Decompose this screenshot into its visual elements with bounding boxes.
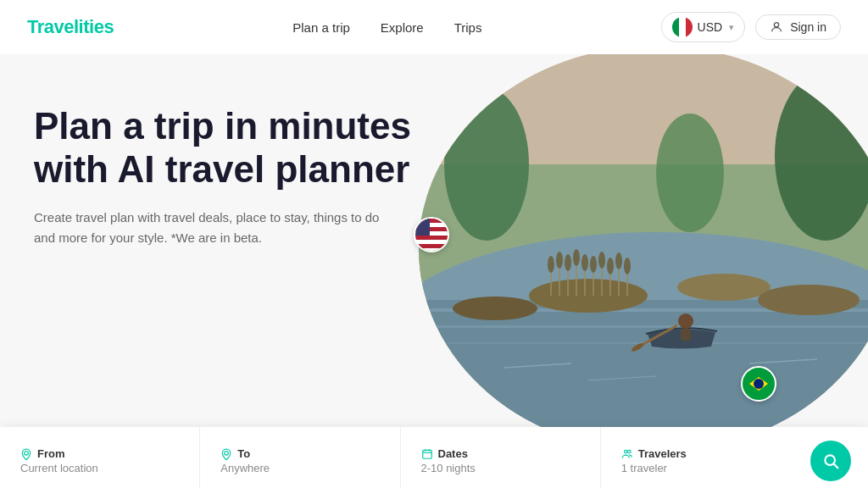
svg-point-23 (556, 252, 563, 269)
to-value: Anywhere (220, 462, 379, 474)
svg-point-9 (677, 274, 771, 301)
calendar-icon (421, 448, 433, 460)
travelers-field[interactable]: Travelers 1 traveler (601, 427, 800, 488)
to-label: To (220, 447, 379, 460)
hero-section: Plan a trip in minutes with AI travel pl… (34, 105, 441, 248)
from-value: Current location (20, 462, 179, 474)
svg-point-24 (565, 254, 571, 271)
svg-point-31 (624, 258, 631, 274)
logo[interactable]: Travelities (27, 16, 114, 38)
flag-icon (672, 17, 693, 37)
svg-point-30 (615, 252, 622, 269)
hero-subtitle: Create travel plan with travel deals, pl… (34, 208, 390, 248)
svg-point-29 (607, 258, 614, 274)
header-right: USD ▾ Sign in (661, 12, 841, 42)
svg-rect-36 (681, 329, 691, 341)
svg-point-0 (775, 23, 779, 27)
nav-trips[interactable]: Trips (454, 20, 482, 35)
svg-point-8 (529, 279, 648, 313)
hero-illustration (419, 54, 868, 452)
nav-explore[interactable]: Explore (381, 20, 424, 35)
svg-point-10 (453, 297, 537, 320)
floating-flag-brazil (741, 366, 776, 402)
from-label: From (20, 447, 179, 460)
svg-rect-44 (422, 450, 431, 458)
nav: Plan a trip Explore Trips (292, 20, 481, 35)
travelers-value: 1 traveler (621, 462, 780, 474)
svg-line-51 (834, 464, 838, 469)
svg-point-27 (590, 256, 597, 273)
to-field[interactable]: To Anywhere (200, 427, 400, 488)
svg-rect-6 (419, 325, 868, 328)
svg-point-43 (225, 451, 229, 455)
currency-selector[interactable]: USD ▾ (661, 12, 746, 42)
svg-point-26 (581, 254, 588, 271)
svg-point-28 (598, 252, 605, 269)
travelers-icon (621, 448, 633, 460)
svg-point-22 (548, 256, 554, 273)
sign-in-label: Sign in (790, 20, 826, 34)
main-content: Plan a trip in minutes with AI travel pl… (0, 54, 868, 488)
svg-point-11 (758, 285, 860, 315)
svg-point-25 (573, 249, 580, 266)
travelers-label: Travelers (621, 447, 780, 460)
dates-field[interactable]: Dates 2-10 nights (401, 427, 601, 488)
location-icon (20, 448, 32, 460)
nav-plan-trip[interactable]: Plan a trip (292, 20, 350, 35)
hero-title: Plan a trip in minutes with AI travel pl… (34, 105, 441, 191)
currency-label: USD (698, 20, 723, 34)
hero-image (419, 54, 868, 452)
dates-label: Dates (421, 447, 580, 460)
sign-in-button[interactable]: Sign in (755, 14, 841, 40)
svg-point-35 (678, 313, 693, 329)
user-icon (770, 20, 783, 34)
svg-point-32 (444, 88, 529, 241)
search-bar: From Current location To Anywhere (0, 427, 868, 488)
svg-point-48 (624, 450, 627, 453)
svg-point-34 (656, 114, 724, 232)
chevron-down-icon: ▾ (729, 22, 734, 33)
dates-value: 2-10 nights (421, 462, 580, 474)
header: Travelities Plan a trip Explore Trips US… (0, 0, 868, 54)
from-field[interactable]: From Current location (0, 427, 200, 488)
search-icon (822, 452, 839, 469)
destination-icon (220, 448, 232, 460)
svg-point-42 (25, 451, 29, 455)
svg-point-49 (627, 450, 631, 453)
search-button[interactable] (810, 441, 851, 481)
floating-flag-us (414, 217, 449, 252)
